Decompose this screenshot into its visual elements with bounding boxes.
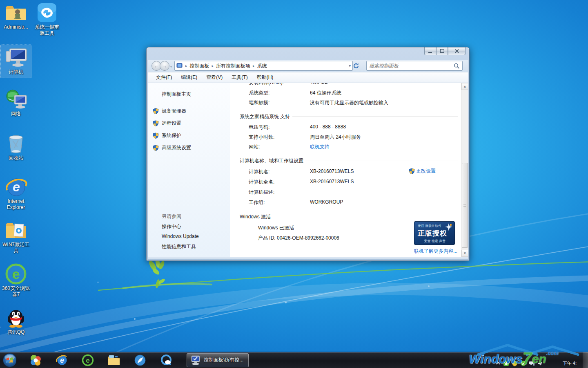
uac-shield-icon <box>153 108 159 114</box>
qq-penguin-icon <box>1 307 31 328</box>
menu-help[interactable]: 帮助(H) <box>257 74 274 81</box>
taskbar-clock[interactable]: 下午 4: <box>563 360 577 366</box>
desktop-icon-computer[interactable]: 计算机 <box>1 45 31 78</box>
sidebar-advanced-settings[interactable]: 高级系统设置 <box>153 144 230 151</box>
taskbar-browser-compass-icon[interactable] <box>133 353 147 367</box>
taskbar-explorer-icon[interactable] <box>107 353 121 367</box>
computer-fullname-row: 计算机全名:XB-20160713WELS <box>249 179 354 186</box>
sidebar-see-also-header: 另请参阅 <box>162 213 181 220</box>
maximize-button[interactable] <box>436 47 448 55</box>
start-button[interactable] <box>2 353 16 367</box>
sidebar-system-protection[interactable]: 系统保护 <box>153 132 230 139</box>
menu-bar: 文件(F) 编辑(E) 查看(V) 工具(T) 帮助(H) <box>148 72 468 83</box>
svg-text:e: e <box>86 357 89 364</box>
computer-name-section-header: 计算机名称、域和工作组设置 <box>240 157 458 164</box>
svg-text:e: e <box>12 266 20 282</box>
svg-text:e: e <box>13 180 20 194</box>
search-box[interactable] <box>366 61 463 71</box>
desktop-icon-administrator[interactable]: Administr... <box>1 2 31 30</box>
activation-status-row: Windows 已激活 <box>258 224 294 231</box>
sidebar-device-manager[interactable]: 设备管理器 <box>153 108 230 114</box>
active-task-control-panel[interactable]: 控制面板\所有控... <box>187 353 249 367</box>
icon-label: 腾讯QQ <box>1 329 31 335</box>
learn-more-online-link[interactable]: 联机了解更多内容... <box>414 248 457 255</box>
phone-row: 电话号码:400 - 888 - 8888 <box>249 124 346 131</box>
change-settings-link[interactable]: 更改设置 <box>409 168 436 175</box>
menu-view[interactable]: 查看(V) <box>206 74 223 81</box>
breadcrumb-system[interactable]: 系统 <box>257 63 267 70</box>
pen-touch-row: 笔和触摸:没有可用于此显示器的笔或触控输入 <box>249 99 388 106</box>
system-control-panel-window: ← → ▾ ▸ 控制面板 ▸ 所有控制面板项 ▸ 系统 ▾ <box>146 47 470 261</box>
sidebar-remote-settings[interactable]: 远程设置 <box>153 120 230 127</box>
workgroup-row: 工作组:WORKGROUP <box>249 199 343 206</box>
nav-buttons: ← → ▾ <box>151 61 173 71</box>
desktop-icon-network[interactable]: 网络 <box>1 89 31 117</box>
icon-label: WIN7激活工具 <box>1 242 31 254</box>
website-row: 网站:联机支持 <box>249 144 330 150</box>
recent-pages-dropdown[interactable]: ▾ <box>170 65 172 71</box>
taskbar-360-safety-icon[interactable] <box>29 353 42 367</box>
search-input[interactable] <box>367 63 454 69</box>
tray-360-check-icon[interactable] <box>520 360 526 366</box>
desktop-icon-reinstall-tool[interactable]: 系统一键重装工具 <box>32 2 62 36</box>
show-hidden-icons-button[interactable] <box>496 361 501 366</box>
computer-icon <box>1 47 31 68</box>
search-icon <box>454 63 460 69</box>
tray-security-shield-icon[interactable] <box>512 360 518 366</box>
menu-edit[interactable]: 编辑(E) <box>181 74 197 81</box>
online-support-link[interactable]: 联机支持 <box>310 144 330 150</box>
taskbar-360-browser-icon[interactable]: e <box>81 353 95 367</box>
user-folder-icon <box>1 2 31 23</box>
sidebar-performance-tools[interactable]: 性能信息和工具 <box>162 243 196 250</box>
minimize-button[interactable] <box>424 47 436 55</box>
icon-label: Administr... <box>1 24 31 30</box>
crumb-separator: ▸ <box>209 64 216 68</box>
ram-row: 安装内存(RAM):4.00 GB <box>249 83 328 86</box>
desktop-icon-win7-activator[interactable]: WIN7激活工具 <box>1 220 31 254</box>
icon-label: 系统一键重装工具 <box>32 24 62 36</box>
uac-shield-icon <box>409 168 415 174</box>
window-bottom-frame <box>148 257 468 259</box>
scroll-up-button[interactable]: ▲ <box>461 83 468 90</box>
scroll-down-button[interactable]: ▼ <box>461 250 468 257</box>
window-body: 控制面板主页 设备管理器 远程设置 系统保护 高级系统设置 另请参阅 <box>148 83 468 257</box>
genuine-software-badge: 使用 微软® 软件 正版授权 安全 稳定 声誉 <box>414 221 455 245</box>
taskbar-qq-browser-icon[interactable] <box>159 353 173 367</box>
window-controls <box>424 47 466 55</box>
breadcrumb-control-panel[interactable]: 控制面板 <box>190 63 209 70</box>
sidebar-action-center[interactable]: 操作中心 <box>162 223 181 230</box>
sidebar-control-panel-home[interactable]: 控制面板主页 <box>162 91 230 98</box>
scrollbar-thumb[interactable] <box>462 163 468 248</box>
address-dropdown-arrow[interactable]: ▾ <box>349 64 351 68</box>
crumb-separator: ▸ <box>183 64 190 68</box>
system-tray <box>496 360 543 366</box>
address-bar[interactable]: ▸ 控制面板 ▸ 所有控制面板项 ▸ 系统 ▾ <box>174 61 353 71</box>
tray-network-icon[interactable] <box>529 361 535 366</box>
network-icon <box>1 89 31 110</box>
menu-file[interactable]: 文件(F) <box>156 74 172 81</box>
desktop-icon-internet-explorer[interactable]: e InternetExplorer <box>1 177 31 211</box>
close-button[interactable] <box>448 47 466 55</box>
reinstall-tool-icon <box>32 2 62 23</box>
desktop-icon-qq[interactable]: 腾讯QQ <box>1 307 31 335</box>
system-info-panel: 安装内存(RAM):4.00 GB 系统类型:64 位操作系统 笔和触摸:没有可… <box>230 83 461 257</box>
breadcrumb-all-items[interactable]: 所有控制面板项 <box>216 63 250 70</box>
show-desktop-button[interactable] <box>583 352 588 368</box>
taskbar-ie-icon[interactable]: e <box>55 353 69 367</box>
nav-pane: 控制面板主页 设备管理器 远程设置 系统保护 高级系统设置 另请参阅 <box>148 83 230 257</box>
system-type-row: 系统类型:64 位操作系统 <box>249 90 341 96</box>
icon-label: 回收站 <box>1 155 31 161</box>
tray-volume-icon[interactable] <box>537 361 543 366</box>
sidebar-windows-update[interactable]: Windows Update <box>162 233 199 239</box>
activator-folder-icon <box>1 220 31 240</box>
forward-button[interactable]: → <box>160 61 169 71</box>
support-section-header: 系统之家精品系统 支持 <box>240 113 458 120</box>
tray-green-app-icon[interactable] <box>503 360 509 366</box>
refresh-button[interactable] <box>353 63 363 69</box>
menu-tools[interactable]: 工具(T) <box>232 74 247 81</box>
vertical-scrollbar[interactable]: ▲ ▼ <box>461 83 468 257</box>
desktop-icon-360-browser[interactable]: e 360安全浏览器7 <box>1 264 31 298</box>
desktop-icon-recycle-bin[interactable]: 回收站 <box>1 133 31 161</box>
uac-shield-icon <box>153 132 159 139</box>
computer-description-row: 计算机描述: <box>249 189 310 196</box>
